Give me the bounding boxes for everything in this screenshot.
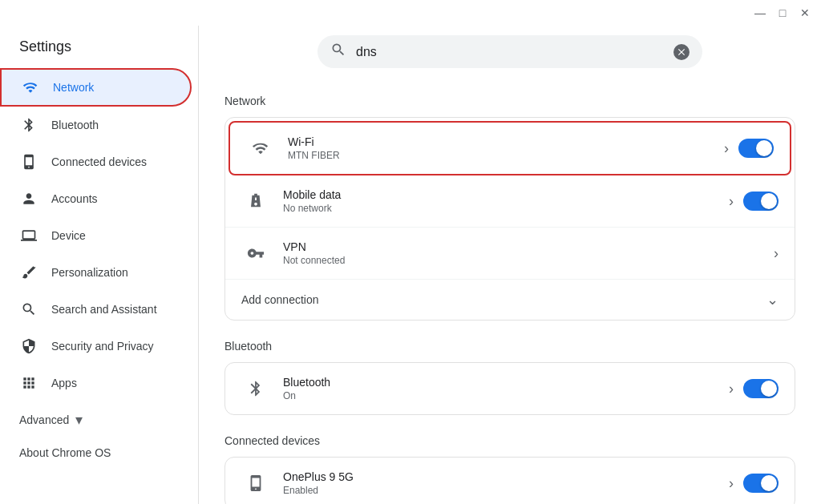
oneplus-chevron-icon: › [729, 475, 734, 492]
wifi-row-subtitle: MTN FIBER [288, 150, 724, 161]
add-connection-chevron-icon: ⌄ [766, 291, 779, 308]
bluetooth-row-title: Bluetooth [283, 376, 729, 389]
bluetooth-section-title: Bluetooth [224, 340, 795, 353]
sidebar-item-search-assistant[interactable]: Search and Assistant [0, 291, 192, 328]
person-icon [19, 189, 38, 208]
vpn-text: VPN Not connected [283, 240, 774, 266]
network-card: Wi-Fi MTN FIBER › [224, 117, 795, 321]
sidebar-item-accounts-label: Accounts [51, 192, 98, 205]
mobile-data-icon [241, 187, 270, 216]
sidebar-item-security-label: Security and Privacy [51, 340, 154, 353]
vpn-row[interactable]: VPN Not connected › [225, 228, 795, 280]
bluetooth-icon [19, 115, 38, 135]
brush-icon [19, 263, 38, 282]
oneplus-title: OnePlus 9 5G [283, 470, 729, 483]
sidebar-item-device-label: Device [51, 229, 86, 242]
wifi-toggle-knob [756, 140, 772, 156]
sidebar-item-accounts[interactable]: Accounts [0, 180, 192, 217]
search-bar-icon [330, 42, 346, 62]
app-container: Settings Network Bluetooth [0, 26, 821, 504]
wifi-row-title: Wi-Fi [288, 135, 724, 148]
bluetooth-toggle-knob [761, 381, 777, 397]
sidebar-item-advanced[interactable]: Advanced ▾ [0, 401, 198, 438]
mobile-data-chevron-icon: › [729, 193, 734, 210]
wifi-row-icon [246, 134, 275, 163]
vpn-subtitle: Not connected [283, 255, 774, 266]
search-clear-button[interactable] [673, 44, 690, 60]
bluetooth-row-icon [241, 374, 270, 403]
wifi-row-actions: › [724, 139, 774, 158]
sidebar-item-personalization[interactable]: Personalization [0, 254, 192, 291]
mobile-data-toggle-knob [761, 193, 777, 209]
mobile-data-subtitle: No network [283, 203, 729, 214]
sidebar-item-network-label: Network [53, 81, 94, 94]
sidebar: Settings Network Bluetooth [0, 26, 199, 504]
network-section-title: Network [224, 95, 795, 107]
wifi-icon [21, 78, 40, 97]
sidebar-item-device[interactable]: Device [0, 217, 192, 254]
search-bar [317, 35, 702, 68]
mobile-data-text: Mobile data No network [283, 188, 729, 214]
vpn-actions: › [774, 245, 779, 262]
wifi-chevron-icon: › [724, 140, 729, 157]
minimize-button[interactable]: — [750, 3, 770, 22]
wifi-toggle[interactable] [738, 139, 774, 158]
sidebar-item-security-privacy[interactable]: Security and Privacy [0, 328, 192, 365]
oneplus-icon [241, 469, 270, 498]
oneplus-actions: › [729, 474, 779, 493]
sidebar-advanced-label: Advanced [19, 413, 69, 426]
laptop-icon [19, 226, 38, 245]
sidebar-item-network[interactable]: Network [0, 68, 192, 107]
sidebar-about-label: About Chrome OS [19, 446, 111, 459]
mobile-data-actions: › [729, 192, 779, 211]
vpn-title: VPN [283, 240, 774, 253]
sidebar-item-connected-devices[interactable]: Connected devices [0, 143, 192, 180]
sidebar-item-search-label: Search and Assistant [51, 303, 157, 316]
connected-devices-section-title: Connected devices [224, 434, 795, 447]
sidebar-item-bluetooth[interactable]: Bluetooth [0, 107, 192, 143]
mobile-data-title: Mobile data [283, 188, 729, 201]
add-connection-label: Add connection [241, 293, 766, 306]
sidebar-item-connected-devices-label: Connected devices [51, 155, 147, 168]
close-button[interactable]: ✕ [795, 3, 815, 22]
sidebar-item-apps[interactable]: Apps [0, 365, 192, 401]
maximize-button[interactable]: □ [773, 3, 792, 22]
sidebar-title: Settings [0, 32, 198, 68]
oneplus-toggle[interactable] [743, 474, 779, 493]
oneplus-row[interactable]: OnePlus 9 5G Enabled › [225, 458, 795, 504]
bluetooth-toggle[interactable] [743, 379, 779, 398]
oneplus-text: OnePlus 9 5G Enabled [283, 470, 729, 496]
vpn-icon [241, 239, 270, 268]
wifi-row-text: Wi-Fi MTN FIBER [288, 135, 724, 161]
sidebar-item-apps-label: Apps [51, 377, 77, 389]
sidebar-item-bluetooth-label: Bluetooth [51, 119, 99, 131]
search-bar-container [199, 26, 821, 75]
search-input[interactable] [356, 45, 673, 59]
bluetooth-row-text: Bluetooth On [283, 376, 729, 401]
bluetooth-row[interactable]: Bluetooth On › [225, 363, 795, 414]
main-content: Network Wi-Fi MTN FIBER › [199, 75, 821, 504]
add-connection-row[interactable]: Add connection ⌄ [225, 280, 795, 320]
oneplus-subtitle: Enabled [283, 485, 729, 496]
wifi-row[interactable]: Wi-Fi MTN FIBER › [229, 121, 791, 175]
devices-icon [19, 152, 38, 171]
vpn-chevron-icon: › [774, 245, 779, 262]
sidebar-item-about[interactable]: About Chrome OS [0, 438, 198, 467]
bluetooth-card: Bluetooth On › [224, 362, 795, 415]
bluetooth-row-actions: › [729, 379, 779, 398]
title-bar: — □ ✕ [0, 0, 821, 26]
sidebar-item-personalization-label: Personalization [51, 266, 128, 279]
bluetooth-chevron-icon: › [729, 381, 734, 397]
chevron-down-icon: ▾ [75, 411, 83, 429]
bluetooth-row-subtitle: On [283, 390, 729, 401]
search-icon [19, 300, 38, 319]
shield-icon [19, 337, 38, 356]
mobile-data-row[interactable]: Mobile data No network › [225, 175, 795, 228]
apps-icon [19, 373, 38, 393]
connected-devices-card: OnePlus 9 5G Enabled › [224, 457, 795, 504]
oneplus-toggle-knob [761, 475, 777, 491]
mobile-data-toggle[interactable] [743, 192, 779, 211]
